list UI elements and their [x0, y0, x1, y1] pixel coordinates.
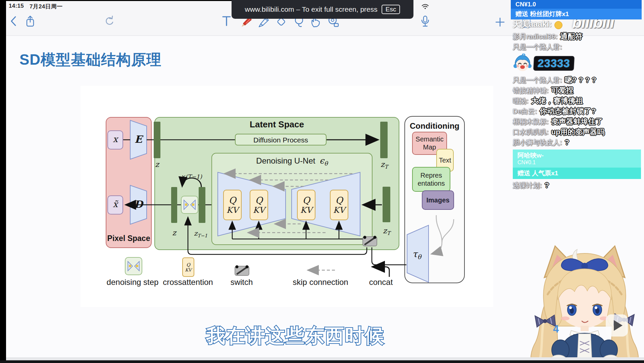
emote-badge: 23333 — [533, 56, 575, 71]
zT1-label: zT−1 — [187, 229, 214, 238]
chat-user: 口水叽叽叽: — [513, 127, 549, 137]
chat-user: 只是一个路人君: — [513, 42, 562, 52]
chat-message: 逃课计划: ? — [513, 180, 642, 190]
wifi-icon — [422, 3, 429, 9]
streamer-watermark: 天美aaaki: — [513, 19, 562, 29]
chat-user: 胆小狮与铁皮人: — [513, 137, 562, 147]
q-label: Q — [302, 195, 310, 205]
chat-message: 胆小狮与铁皮人: ? — [513, 137, 642, 147]
share-button[interactable] — [26, 15, 35, 27]
epsilon-symbol: ϵθ — [319, 156, 328, 166]
chat-user: 影月radical36: — [513, 32, 557, 42]
unet-title: Denoising U-Net ϵθ — [211, 156, 373, 167]
zT-label-bottom: zT — [379, 227, 395, 236]
conditioning-label: Conditioning — [404, 121, 465, 131]
q-label: Q — [186, 262, 190, 267]
mic-button[interactable] — [420, 15, 430, 29]
chat-message: 只是一个路人君: 嗯? ? ? ? — [513, 75, 642, 85]
crossattention-legend-icon: Q KV — [182, 257, 194, 277]
play-button[interactable] — [606, 314, 628, 337]
notification-banner: www.bilibili.com – To exit full screen, … — [232, 0, 413, 19]
chat-text: 你动态被封锁了? — [540, 106, 596, 116]
x-label: x — [107, 134, 123, 144]
qkv-block-3: Q KV — [297, 190, 315, 220]
sd-architecture-diagram: Diffusion Process Semantic Map Text Repr… — [81, 86, 493, 307]
top-edge — [0, 0, 235, 1]
streamer-name: 天美aaaki: — [513, 19, 552, 29]
chat-text: 大佬，赛博佛祖 — [531, 96, 583, 106]
undo-button[interactable] — [104, 15, 114, 26]
back-button[interactable] — [9, 15, 17, 27]
zT-label-top: zT — [377, 160, 392, 170]
z-label-top: z — [150, 160, 164, 169]
legend-switch: switch — [208, 278, 275, 287]
gift-action: 赠送 人气票x1 — [513, 168, 641, 179]
kv-label: KV — [185, 267, 191, 273]
chat-text: 通配符 — [560, 32, 582, 42]
chat-message: 错按精神键: 可爱捏 — [513, 85, 642, 96]
pixel-space-label: Pixel Space — [106, 234, 152, 243]
left-edge — [0, 0, 6, 363]
kv-label: KV — [227, 205, 238, 215]
vtuber-avatar — [524, 243, 644, 363]
denoising-step-icon — [181, 196, 198, 214]
chat-user: 哩恸: — [513, 96, 529, 106]
text-tool-button[interactable] — [222, 15, 231, 27]
gift-amount: CN¥0.1 — [517, 159, 641, 166]
overlay-number: 4 — [553, 323, 559, 335]
kv-label: KV — [300, 205, 312, 215]
chat-text: up用的变声器吗 — [551, 127, 605, 137]
legend-skip-connection: skip connection — [287, 278, 354, 287]
chat-user: 梧桐木鼠标: — [513, 117, 549, 127]
chat-user: 错按精神键: — [513, 85, 549, 96]
tau-theta-label: τθ — [408, 249, 426, 260]
gift-user: 阿哈唊w- — [517, 152, 641, 159]
kv-label: KV — [253, 205, 265, 215]
smiley-emote-icon — [554, 21, 562, 29]
chat-text: ? — [545, 180, 549, 190]
status-time: 14:15 — [9, 3, 24, 9]
chat-text: 嗯? ? ? ? — [565, 75, 596, 85]
chat-text: 可爱捏 — [551, 85, 574, 96]
chat-message: 只是一个路人君: — [513, 42, 642, 52]
kv-label: KV — [333, 205, 345, 215]
unet-title-text: Denoising U-Net — [256, 156, 315, 165]
encoder-label: E — [130, 133, 147, 145]
q-label: Q — [229, 195, 236, 205]
chat-text: ? — [565, 137, 569, 147]
chat-message: 梧桐木鼠标: 变声器蚌埠住了 — [513, 117, 642, 127]
note-title: SD模型基础结构原理 — [19, 50, 161, 69]
bottom-strip — [0, 357, 644, 360]
q-label: Q — [335, 195, 343, 205]
chat-user: 逃课计划: — [513, 180, 542, 190]
chat-message: 口水叽叽叽: up用的变声器吗 — [513, 127, 642, 137]
play-icon — [614, 320, 623, 331]
chat-list: 影月radical36: 通配符 只是一个路人君: 23333 只是一个路人君:… — [513, 32, 642, 191]
x-tilde-label: x̃ — [107, 199, 123, 209]
loop-count-label: ×(T−1) — [176, 173, 206, 180]
gift-card-cyan: 阿哈唊w- CN¥0.1 赠送 人气票x1 — [513, 149, 641, 179]
switch-icon — [363, 236, 377, 246]
chat-message: 哩恸: 大佬，赛博佛祖 — [513, 96, 642, 106]
chat-user: 只是一个路人君: — [513, 75, 562, 85]
gift-action: 赠送 粉丝团灯牌x1 — [511, 9, 642, 19]
latent-space-label: Latent Space — [154, 119, 399, 130]
add-page-button[interactable] — [495, 17, 505, 27]
bottom-bar — [0, 360, 644, 363]
bilibili-fullscreen-stream: 14:15 7月24日周一 — [0, 0, 644, 363]
q-label: Q — [255, 195, 262, 205]
stream-subtitle: 我在讲这些东西时候 — [154, 323, 436, 349]
chat-message: De白云: 你动态被封锁了? — [513, 106, 642, 116]
chat-text: 变声器蚌埠住了 — [551, 117, 603, 127]
qkv-block-4: Q KV — [330, 190, 348, 220]
status-date: 7月24日周一 — [30, 3, 62, 10]
diagram-connectors — [81, 86, 493, 307]
denoising-step-legend-icon — [125, 257, 142, 275]
legend-concat: concat — [347, 278, 414, 287]
z-label-mid: z — [168, 229, 181, 237]
qkv-block-1: Q KV — [223, 190, 242, 220]
chat-message: 影月radical36: 通配符 — [513, 32, 642, 42]
emote-chibi-icon — [513, 54, 532, 73]
concat-legend-icon — [374, 267, 389, 277]
notification-text: www.bilibili.com – To exit full screen, … — [245, 5, 378, 13]
